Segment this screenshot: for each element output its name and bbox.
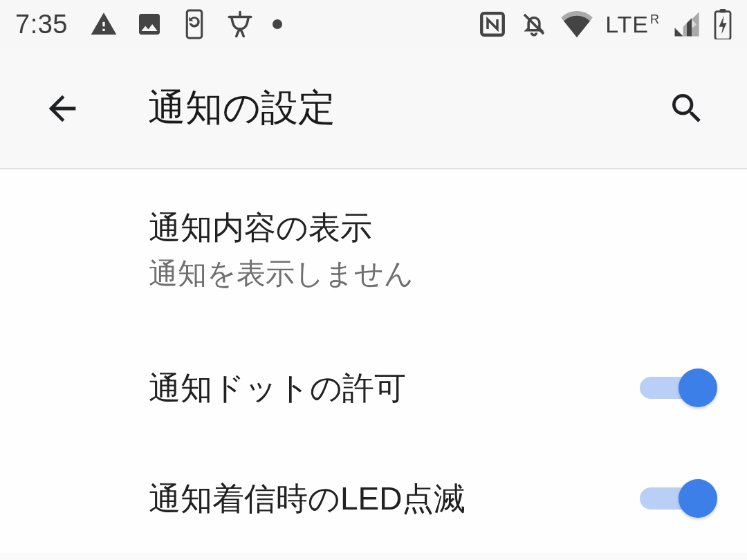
battery-charging-icon — [714, 9, 732, 39]
wifi-icon — [561, 11, 593, 37]
setting-subtitle: 通知を表示しません — [149, 255, 414, 293]
back-button[interactable] — [40, 86, 84, 131]
lte-label: LTE R — [605, 11, 660, 38]
signal-icon — [672, 10, 701, 39]
setting-led-blink[interactable]: 通知着信時のLED点滅 — [0, 442, 747, 553]
arrow-back-icon — [42, 88, 82, 129]
notification-off-icon — [519, 10, 548, 39]
svg-rect-3 — [719, 9, 726, 13]
dot-icon — [273, 19, 282, 29]
search-icon — [667, 89, 706, 128]
search-button[interactable] — [665, 86, 709, 131]
toggle-thumb — [679, 479, 717, 518]
phone-update-icon — [181, 8, 208, 40]
status-left: 7:35 — [15, 8, 282, 40]
setting-title: 通知着信時のLED点滅 — [149, 476, 640, 521]
toggle-thumb — [679, 368, 717, 407]
setting-title: 通知内容の表示 — [149, 205, 372, 250]
status-time: 7:35 — [15, 10, 68, 39]
status-bar: 7:35 LTE R — [0, 0, 747, 48]
warning-icon — [90, 10, 118, 38]
toggle-allow-dot[interactable] — [640, 368, 709, 407]
settings-list: 通知内容の表示 通知を表示しません 通知ドットの許可 通知着信時のLED点滅 — [0, 169, 747, 553]
setting-notification-content[interactable]: 通知内容の表示 通知を表示しません — [0, 169, 747, 332]
status-right: LTE R — [478, 9, 732, 39]
setting-title: 通知ドットの許可 — [149, 366, 640, 410]
app-bar: 通知の設定 — [0, 48, 747, 169]
roaming-indicator: R — [650, 12, 660, 27]
setting-allow-dot[interactable]: 通知ドットの許可 — [0, 332, 747, 442]
svg-rect-0 — [187, 10, 201, 38]
lte-text: LTE — [605, 11, 649, 38]
alipay-icon — [225, 10, 255, 39]
page-title: 通知の設定 — [148, 83, 335, 133]
nfc-icon — [478, 10, 507, 39]
toggle-led-blink[interactable] — [640, 479, 709, 518]
image-icon — [136, 10, 163, 38]
